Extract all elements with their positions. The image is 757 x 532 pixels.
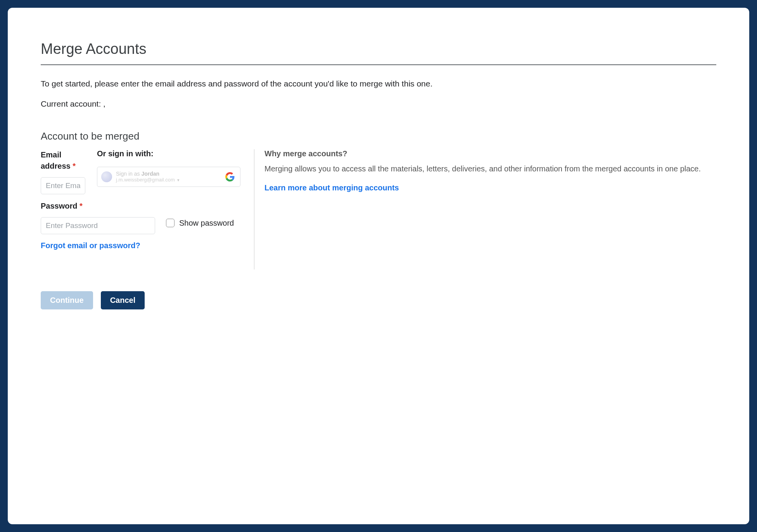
password-row: Show password bbox=[41, 212, 246, 234]
google-email: j.m.weissberg@gmail.com bbox=[116, 177, 175, 183]
content-columns: Email address * Or sign in with: Sign in… bbox=[41, 149, 716, 269]
show-password-label: Show password bbox=[179, 219, 234, 228]
form-column: Email address * Or sign in with: Sign in… bbox=[41, 149, 254, 269]
email-label-text: Email address bbox=[41, 150, 71, 170]
google-name: Jordan bbox=[141, 171, 159, 177]
avatar-icon bbox=[101, 171, 112, 182]
intro-text: To get started, please enter the email a… bbox=[41, 79, 716, 88]
google-button-left: Sign in as Jordan j.m.weissberg@gmail.co… bbox=[101, 171, 180, 183]
info-heading: Why merge accounts? bbox=[264, 149, 716, 158]
forgot-link[interactable]: Forgot email or password? bbox=[41, 241, 140, 250]
show-password-toggle[interactable]: Show password bbox=[166, 219, 234, 228]
info-column: Why merge accounts? Merging allows you t… bbox=[263, 149, 716, 269]
password-label-text: Password bbox=[41, 202, 77, 210]
password-input[interactable] bbox=[41, 217, 155, 234]
email-label: Email address * bbox=[41, 149, 89, 172]
required-mark: * bbox=[73, 162, 76, 170]
vertical-divider bbox=[254, 149, 254, 269]
merge-accounts-card: Merge Accounts To get started, please en… bbox=[8, 8, 749, 524]
alt-signin-block: Or sign in with: Sign in as Jordan j.m.w… bbox=[97, 149, 246, 187]
current-account-text: Current account: , bbox=[41, 99, 716, 109]
required-mark: * bbox=[80, 202, 83, 210]
google-signin-text: Sign in as Jordan bbox=[116, 171, 180, 177]
google-prefix: Sign in as bbox=[116, 171, 141, 177]
page-title: Merge Accounts bbox=[41, 41, 716, 57]
section-heading: Account to be merged bbox=[41, 130, 716, 142]
chevron-down-icon: ▾ bbox=[177, 178, 180, 183]
title-divider bbox=[41, 64, 716, 65]
or-signin-label: Or sign in with: bbox=[97, 149, 246, 158]
password-block: Password * Show password Forgot email or… bbox=[41, 200, 246, 250]
google-text: Sign in as Jordan j.m.weissberg@gmail.co… bbox=[116, 171, 180, 183]
learn-more-link[interactable]: Learn more about merging accounts bbox=[264, 183, 399, 192]
google-signin-button[interactable]: Sign in as Jordan j.m.weissberg@gmail.co… bbox=[97, 167, 240, 187]
form-top-row: Email address * Or sign in with: Sign in… bbox=[41, 149, 246, 194]
info-body: Merging allows you to access all the mat… bbox=[264, 163, 716, 175]
continue-button[interactable]: Continue bbox=[41, 291, 93, 309]
google-logo-icon bbox=[225, 172, 235, 181]
button-row: Continue Cancel bbox=[41, 291, 716, 309]
cancel-button[interactable]: Cancel bbox=[101, 291, 145, 309]
google-email-line: j.m.weissberg@gmail.com ▾ bbox=[116, 177, 180, 183]
password-label: Password * bbox=[41, 200, 83, 212]
checkbox-icon bbox=[166, 219, 175, 227]
email-block: Email address * bbox=[41, 149, 89, 194]
email-input[interactable] bbox=[41, 177, 85, 194]
